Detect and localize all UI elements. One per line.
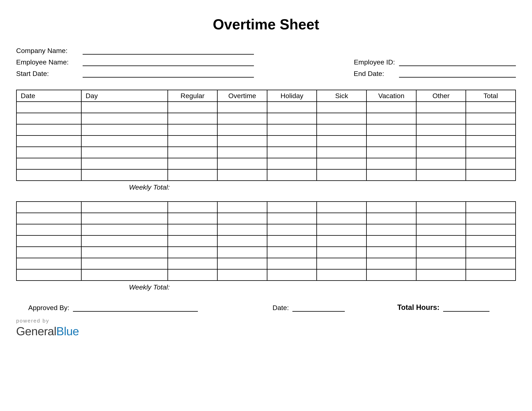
table-cell[interactable] <box>317 224 367 235</box>
table-cell[interactable] <box>17 224 81 235</box>
table-cell[interactable] <box>317 113 367 124</box>
table-cell[interactable] <box>81 136 168 147</box>
table-cell[interactable] <box>466 158 516 169</box>
table-cell[interactable] <box>317 247 367 258</box>
table-cell[interactable] <box>81 147 168 158</box>
table-cell[interactable] <box>367 136 416 147</box>
table-cell[interactable] <box>267 147 317 158</box>
table-cell[interactable] <box>367 124 416 136</box>
table-cell[interactable] <box>267 247 317 258</box>
table-cell[interactable] <box>317 213 367 224</box>
employee-id-field[interactable] <box>399 65 516 66</box>
table-cell[interactable] <box>81 224 168 235</box>
table-cell[interactable] <box>17 136 81 147</box>
table-cell[interactable] <box>17 269 81 281</box>
table-cell[interactable] <box>168 169 218 181</box>
table-cell[interactable] <box>168 136 218 147</box>
table-cell[interactable] <box>168 147 218 158</box>
table-cell[interactable] <box>17 258 81 269</box>
table-cell[interactable] <box>466 169 516 181</box>
table-cell[interactable] <box>17 247 81 258</box>
table-cell[interactable] <box>317 136 367 147</box>
table-cell[interactable] <box>317 258 367 269</box>
table-cell[interactable] <box>168 258 218 269</box>
table-cell[interactable] <box>317 235 367 247</box>
table-cell[interactable] <box>267 258 317 269</box>
table-cell[interactable] <box>81 158 168 169</box>
employee-name-field[interactable] <box>83 65 254 66</box>
table-cell[interactable] <box>218 247 267 258</box>
table-cell[interactable] <box>416 213 466 224</box>
total-hours-field[interactable] <box>443 311 489 312</box>
table-cell[interactable] <box>168 235 218 247</box>
table-cell[interactable] <box>317 169 367 181</box>
table-cell[interactable] <box>218 113 267 124</box>
table-cell[interactable] <box>367 235 416 247</box>
table-cell[interactable] <box>17 169 81 181</box>
table-cell[interactable] <box>168 269 218 281</box>
table-cell[interactable] <box>267 224 317 235</box>
table-cell[interactable] <box>218 136 267 147</box>
table-cell[interactable] <box>218 124 267 136</box>
table-cell[interactable] <box>17 158 81 169</box>
table-cell[interactable] <box>466 258 516 269</box>
table-cell[interactable] <box>168 124 218 136</box>
table-cell[interactable] <box>466 224 516 235</box>
table-cell[interactable] <box>317 102 367 113</box>
table-cell[interactable] <box>218 147 267 158</box>
table-cell[interactable] <box>367 224 416 235</box>
table-cell[interactable] <box>367 158 416 169</box>
table-cell[interactable] <box>81 102 168 113</box>
table-cell[interactable] <box>168 102 218 113</box>
table-cell[interactable] <box>416 113 466 124</box>
table-cell[interactable] <box>267 169 317 181</box>
footer-date-field[interactable] <box>292 311 345 312</box>
table-cell[interactable] <box>81 258 168 269</box>
table-cell[interactable] <box>367 102 416 113</box>
table-cell[interactable] <box>81 213 168 224</box>
table-cell[interactable] <box>367 169 416 181</box>
table-cell[interactable] <box>416 224 466 235</box>
table-cell[interactable] <box>17 124 81 136</box>
table-cell[interactable] <box>416 202 466 213</box>
table-cell[interactable] <box>267 269 317 281</box>
table-cell[interactable] <box>81 113 168 124</box>
table-cell[interactable] <box>416 247 466 258</box>
table-cell[interactable] <box>466 213 516 224</box>
table-cell[interactable] <box>466 247 516 258</box>
table-cell[interactable] <box>466 147 516 158</box>
table-cell[interactable] <box>81 169 168 181</box>
end-date-field[interactable] <box>399 77 516 78</box>
table-cell[interactable] <box>218 169 267 181</box>
table-cell[interactable] <box>416 269 466 281</box>
table-cell[interactable] <box>416 147 466 158</box>
table-cell[interactable] <box>218 158 267 169</box>
table-cell[interactable] <box>466 113 516 124</box>
table-cell[interactable] <box>317 158 367 169</box>
table-cell[interactable] <box>81 124 168 136</box>
table-cell[interactable] <box>17 213 81 224</box>
table-cell[interactable] <box>168 113 218 124</box>
table-cell[interactable] <box>267 102 317 113</box>
table-cell[interactable] <box>168 213 218 224</box>
table-cell[interactable] <box>466 202 516 213</box>
table-cell[interactable] <box>218 258 267 269</box>
table-cell[interactable] <box>81 247 168 258</box>
table-cell[interactable] <box>17 202 81 213</box>
table-cell[interactable] <box>367 258 416 269</box>
table-cell[interactable] <box>267 235 317 247</box>
table-cell[interactable] <box>367 202 416 213</box>
table-cell[interactable] <box>416 102 466 113</box>
table-cell[interactable] <box>416 124 466 136</box>
table-cell[interactable] <box>317 202 367 213</box>
table-cell[interactable] <box>317 124 367 136</box>
table-cell[interactable] <box>17 147 81 158</box>
table-cell[interactable] <box>367 213 416 224</box>
table-cell[interactable] <box>81 235 168 247</box>
table-cell[interactable] <box>218 202 267 213</box>
table-cell[interactable] <box>168 247 218 258</box>
table-cell[interactable] <box>416 158 466 169</box>
table-cell[interactable] <box>168 158 218 169</box>
table-cell[interactable] <box>17 235 81 247</box>
table-cell[interactable] <box>416 258 466 269</box>
